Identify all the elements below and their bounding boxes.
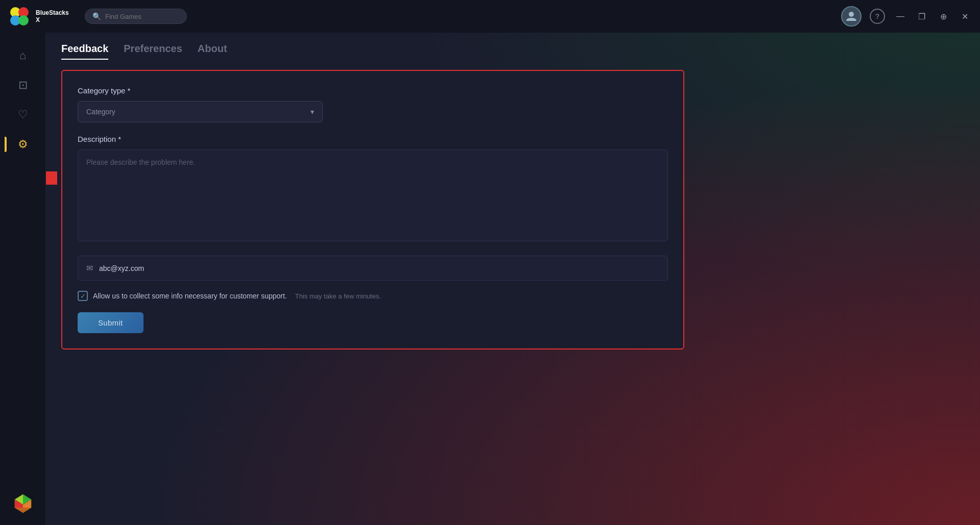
svg-point-3 bbox=[18, 15, 29, 26]
search-icon: 🔍 bbox=[92, 12, 101, 20]
avatar-button[interactable] bbox=[841, 6, 862, 27]
collect-info-row: ✓ Allow us to collect some info necessar… bbox=[78, 291, 668, 301]
email-input[interactable] bbox=[99, 264, 659, 272]
feedback-form-container: Category type * Category ▾ Description *… bbox=[61, 70, 684, 349]
collect-info-label: Allow us to collect some info necessary … bbox=[93, 292, 287, 300]
submit-button[interactable]: Submit bbox=[78, 312, 144, 333]
category-form-group: Category type * Category ▾ bbox=[78, 86, 668, 122]
envelope-icon: ✉ bbox=[86, 263, 93, 273]
sidebar: ⌂ ⊡ ♡ ⚙ bbox=[0, 33, 46, 525]
category-dropdown[interactable]: Category ▾ bbox=[78, 101, 323, 122]
title-bar: BlueStacks X 🔍 ? — ❐ ⊕ ✕ bbox=[0, 0, 980, 33]
maximize-button[interactable]: ❐ bbox=[915, 9, 929, 23]
help-button[interactable]: ? bbox=[870, 9, 885, 24]
sidebar-item-favorites[interactable]: ♡ bbox=[8, 102, 38, 128]
description-form-group: Description * bbox=[78, 135, 668, 243]
tab-preferences[interactable]: Preferences bbox=[124, 43, 182, 60]
app-title: BlueStacks X bbox=[36, 9, 75, 24]
chevron-down-icon: ▾ bbox=[310, 108, 314, 116]
main-content: Feedback Preferences About Category type… bbox=[46, 33, 980, 525]
category-label: Category type * bbox=[78, 86, 668, 95]
tab-feedback[interactable]: Feedback bbox=[61, 43, 108, 60]
sidebar-item-home[interactable]: ⌂ bbox=[8, 43, 38, 68]
title-bar-right: ? — ❐ ⊕ ✕ bbox=[841, 6, 972, 27]
search-bar[interactable]: 🔍 bbox=[85, 9, 187, 24]
tabs: Feedback Preferences About bbox=[61, 43, 965, 60]
red-arrow-indicator bbox=[46, 160, 57, 198]
sidebar-item-settings[interactable]: ⚙ bbox=[8, 132, 38, 157]
close-button[interactable]: ✕ bbox=[958, 9, 972, 23]
category-value: Category bbox=[86, 108, 115, 116]
description-textarea[interactable] bbox=[78, 149, 668, 241]
description-label: Description * bbox=[78, 135, 668, 143]
svg-point-4 bbox=[849, 12, 854, 17]
minimize-button[interactable]: — bbox=[893, 9, 907, 23]
svg-marker-10 bbox=[15, 508, 31, 513]
collect-info-note: This may take a few minutes. bbox=[295, 292, 381, 300]
heart-icon: ♡ bbox=[18, 108, 28, 121]
settings-icon: ⚙ bbox=[18, 138, 28, 151]
bottom-logo-icon bbox=[12, 492, 34, 515]
svg-marker-11 bbox=[46, 160, 57, 196]
window-controls: — ❐ ⊕ ✕ bbox=[893, 9, 972, 23]
logo-area: BlueStacks X bbox=[8, 5, 75, 28]
sidebar-item-apps[interactable]: ⊡ bbox=[8, 72, 38, 98]
tab-about[interactable]: About bbox=[198, 43, 227, 60]
sidebar-bottom bbox=[12, 492, 34, 525]
search-input[interactable] bbox=[105, 13, 177, 20]
restore-button[interactable]: ⊕ bbox=[936, 9, 950, 23]
checkmark-icon: ✓ bbox=[80, 292, 86, 300]
collect-info-checkbox[interactable]: ✓ bbox=[78, 291, 88, 301]
home-icon: ⌂ bbox=[19, 49, 26, 62]
email-field-container: ✉ bbox=[78, 256, 668, 281]
bluestacks-logo bbox=[8, 5, 31, 28]
user-avatar-icon bbox=[845, 10, 858, 23]
apps-icon: ⊡ bbox=[18, 79, 28, 92]
